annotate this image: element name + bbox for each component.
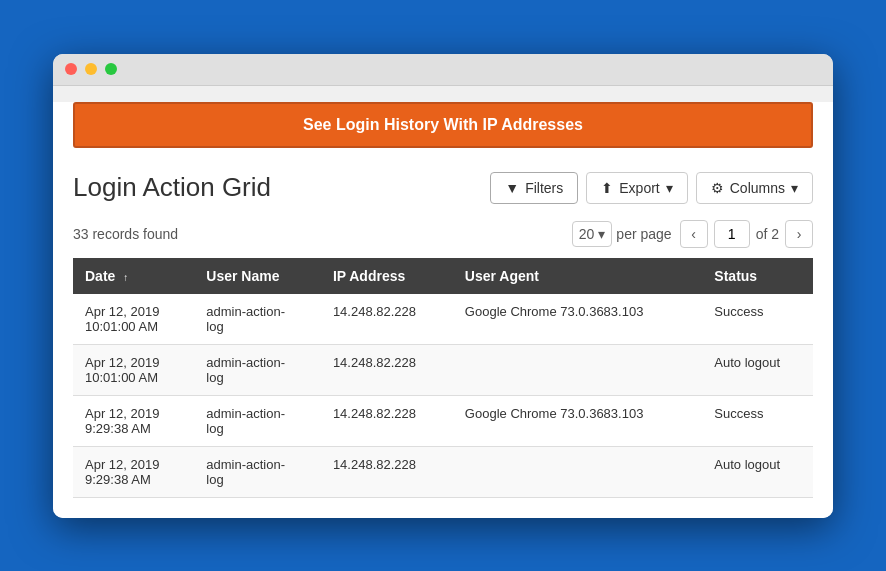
col-header-username[interactable]: User Name <box>194 258 321 294</box>
export-label: Export <box>619 180 659 196</box>
per-page-dropdown[interactable]: 20 ▾ <box>572 221 613 247</box>
columns-chevron-icon: ▾ <box>791 180 798 196</box>
export-button[interactable]: ⬆ Export ▾ <box>586 172 687 204</box>
table-row: Apr 12, 201910:01:00 AM admin-action-log… <box>73 344 813 395</box>
cell-useragent: Google Chrome 73.0.3683.103 <box>453 294 702 345</box>
browser-window: See Login History With IP Addresses Logi… <box>53 54 833 518</box>
col-header-useragent[interactable]: User Agent <box>453 258 702 294</box>
maximize-button[interactable] <box>105 63 117 75</box>
close-button[interactable] <box>65 63 77 75</box>
cell-username: admin-action-log <box>194 446 321 497</box>
toolbar: ▼ Filters ⬆ Export ▾ ⚙ Columns ▾ <box>490 172 813 204</box>
table-row: Apr 12, 20199:29:38 AM admin-action-log … <box>73 395 813 446</box>
per-page-value: 20 <box>579 226 595 242</box>
cell-useragent: Google Chrome 73.0.3683.103 <box>453 395 702 446</box>
filters-button[interactable]: ▼ Filters <box>490 172 578 204</box>
total-pages: of 2 <box>756 226 779 242</box>
cell-status: Success <box>702 294 813 345</box>
filters-label: Filters <box>525 180 563 196</box>
col-header-status[interactable]: Status <box>702 258 813 294</box>
cell-ip: 14.248.82.228 <box>321 344 453 395</box>
per-page-selector: 20 ▾ per page <box>572 221 672 247</box>
records-count: 33 records found <box>73 226 564 242</box>
page-header: Login Action Grid ▼ Filters ⬆ Export ▾ ⚙… <box>53 160 833 214</box>
cell-ip: 14.248.82.228 <box>321 395 453 446</box>
window-content: See Login History With IP Addresses Logi… <box>53 102 833 518</box>
cell-username: admin-action-log <box>194 395 321 446</box>
cell-status: Auto logout <box>702 344 813 395</box>
cell-date: Apr 12, 201910:01:00 AM <box>73 294 194 345</box>
cell-useragent <box>453 344 702 395</box>
cell-status: Success <box>702 395 813 446</box>
columns-label: Columns <box>730 180 785 196</box>
page-navigation: ‹ of 2 › <box>680 220 813 248</box>
dropdown-arrow-icon: ▾ <box>598 226 605 242</box>
login-action-table: Date ↑ User Name IP Address User Agent S… <box>73 258 813 498</box>
sort-icon: ↑ <box>123 272 128 283</box>
cell-date: Apr 12, 201910:01:00 AM <box>73 344 194 395</box>
prev-page-button[interactable]: ‹ <box>680 220 708 248</box>
pagination-bar: 33 records found 20 ▾ per page ‹ of 2 › <box>53 214 833 258</box>
titlebar <box>53 54 833 86</box>
table-row: Apr 12, 20199:29:38 AM admin-action-log … <box>73 446 813 497</box>
cell-ip: 14.248.82.228 <box>321 446 453 497</box>
cell-username: admin-action-log <box>194 344 321 395</box>
filter-icon: ▼ <box>505 180 519 196</box>
next-page-button[interactable]: › <box>785 220 813 248</box>
banner[interactable]: See Login History With IP Addresses <box>73 102 813 148</box>
export-icon: ⬆ <box>601 180 613 196</box>
page-title: Login Action Grid <box>73 172 474 203</box>
cell-status: Auto logout <box>702 446 813 497</box>
gear-icon: ⚙ <box>711 180 724 196</box>
minimize-button[interactable] <box>85 63 97 75</box>
cell-date: Apr 12, 20199:29:38 AM <box>73 446 194 497</box>
cell-date: Apr 12, 20199:29:38 AM <box>73 395 194 446</box>
current-page-input[interactable] <box>714 220 750 248</box>
per-page-label: per page <box>616 226 671 242</box>
table-header-row: Date ↑ User Name IP Address User Agent S… <box>73 258 813 294</box>
cell-useragent <box>453 446 702 497</box>
col-header-date[interactable]: Date ↑ <box>73 258 194 294</box>
columns-button[interactable]: ⚙ Columns ▾ <box>696 172 813 204</box>
cell-ip: 14.248.82.228 <box>321 294 453 345</box>
cell-username: admin-action-log <box>194 294 321 345</box>
export-chevron-icon: ▾ <box>666 180 673 196</box>
banner-text: See Login History With IP Addresses <box>303 116 583 133</box>
col-header-ip[interactable]: IP Address <box>321 258 453 294</box>
table-row: Apr 12, 201910:01:00 AM admin-action-log… <box>73 294 813 345</box>
